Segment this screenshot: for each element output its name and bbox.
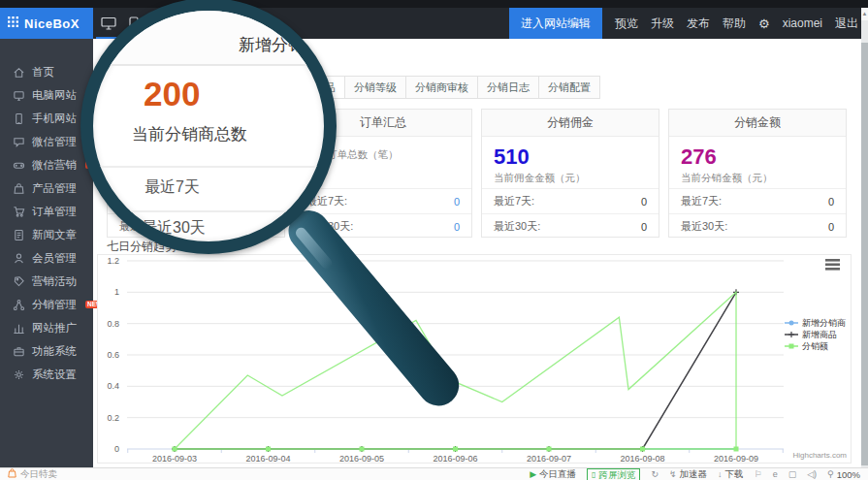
- svg-text:0.8: 0.8: [107, 319, 119, 329]
- tab-5[interactable]: 分销配置: [539, 76, 600, 99]
- sidebar-item-doc[interactable]: 新闻文章: [0, 223, 93, 246]
- legend-item[interactable]: 分销额: [785, 341, 828, 351]
- desktop-view-icon[interactable]: [101, 16, 116, 33]
- svg-text:1: 1: [114, 287, 119, 297]
- statusbar-item-label: 100%: [837, 469, 860, 480]
- svg-text:2016-09-05: 2016-09-05: [339, 454, 384, 463]
- vertical-scrollbar[interactable]: ▲: [861, 8, 868, 467]
- zoom-icon: ⚲: [827, 469, 834, 479]
- statusbar-item-phone-mini[interactable]: ▯跨屏浏览: [587, 468, 640, 480]
- topbar-link[interactable]: 预览: [615, 16, 638, 32]
- svg-text:2016-09-07: 2016-09-07: [527, 454, 571, 463]
- statusbar-item-zoom[interactable]: ⚲100%: [827, 469, 860, 480]
- flag-icon: ⚐: [755, 469, 762, 479]
- magnifier-lens: 新增分销商 200 当前分销商总数 最近7天 最近30天: [80, 0, 337, 254]
- briefcase-icon: [13, 345, 25, 358]
- sidebar-item-tag[interactable]: 营销活动: [0, 270, 93, 293]
- sidebar-item-share[interactable]: 分销管理NEW: [0, 293, 93, 316]
- statusbar-left[interactable]: 今日特卖: [8, 468, 57, 480]
- sidebar-item-bag[interactable]: 产品管理: [0, 176, 93, 200]
- svg-text:0.2: 0.2: [107, 413, 119, 423]
- stat-card-row: 最近30天:0: [669, 213, 846, 239]
- svg-text:0.4: 0.4: [107, 381, 119, 391]
- sidebar-item-cart[interactable]: 订单管理: [0, 200, 93, 223]
- speaker-icon: ◁): [807, 469, 817, 479]
- chart-panel: 00.20.40.60.811.22016-09-032016-09-04201…: [97, 254, 852, 464]
- sidebar-item-gamepad[interactable]: 微信营销NEW: [0, 153, 93, 176]
- sidebar-item-monitor[interactable]: 电脑网站: [0, 83, 93, 107]
- sidebar: 首页电脑网站手机网站微信管理微信营销NEW产品管理订单管理新闻文章会员管理营销活…: [0, 39, 93, 467]
- svg-text:新增分销商: 新增分销商: [802, 318, 846, 328]
- stat-card-caption: 当前佣金金额（元）: [494, 172, 647, 185]
- statusbar-item[interactable]: ↻: [651, 469, 659, 479]
- svg-text:2016-09-04: 2016-09-04: [245, 454, 290, 463]
- sidebar-item-bars[interactable]: 网站推广: [0, 316, 93, 339]
- tab-4[interactable]: 分销日志: [478, 76, 539, 99]
- enter-site-edit-button[interactable]: 进入网站编辑: [509, 8, 602, 39]
- magnified-distributor-count: 200: [144, 75, 200, 113]
- sidebar-item-label: 首页: [32, 65, 54, 80]
- bars-icon: [13, 322, 25, 335]
- divider: [93, 210, 324, 212]
- row-value: 0: [641, 221, 647, 233]
- sidebar-item-chat[interactable]: 微信管理: [0, 130, 93, 153]
- topbar-link[interactable]: 帮助: [723, 16, 746, 32]
- highcharts-credit[interactable]: Highcharts.com: [792, 451, 847, 460]
- statusbar-item-bolt[interactable]: ↯加速器: [669, 468, 707, 480]
- username[interactable]: xiaomei: [783, 16, 822, 30]
- sidebar-item-gear[interactable]: 系统设置: [0, 363, 93, 386]
- sidebar-item-person[interactable]: 会员管理: [0, 246, 93, 270]
- topbar-link[interactable]: 升级: [651, 16, 674, 32]
- legend-item[interactable]: 新增分销商: [785, 318, 846, 328]
- row-value: 0: [641, 196, 647, 208]
- sidebar-item-label: 微信管理: [32, 135, 77, 149]
- topbar-link[interactable]: 发布: [687, 16, 710, 32]
- legend-item[interactable]: 新增商品: [785, 330, 837, 339]
- sidebar-item-label: 微信营销: [32, 158, 77, 173]
- statusbar-right: ▶今日直播▯跨屏浏览↻↯加速器↓下载⚐e▢◁)⚲100%: [530, 468, 860, 480]
- statusbar-left-label: 今日特卖: [20, 468, 57, 480]
- svg-text:分销额: 分销额: [802, 341, 828, 351]
- logo-block[interactable]: NiceBoX: [0, 8, 93, 39]
- svg-text:1.2: 1.2: [107, 256, 119, 266]
- statusbar-item[interactable]: e: [773, 469, 778, 479]
- statusbar-item-label: 今日直播: [539, 468, 576, 480]
- window-icon: ▢: [788, 469, 797, 479]
- topbar-links: 预览升级发布帮助: [615, 16, 746, 32]
- statusbar-item[interactable]: ⚐: [755, 469, 762, 479]
- row-label: 最近7天:: [494, 194, 534, 208]
- divider: [93, 166, 324, 168]
- chart-export-menu-icon[interactable]: [825, 259, 840, 271]
- stat-card: 分销佣金510当前佣金金额（元）最近7天:0最近30天:0: [481, 109, 659, 238]
- statusbar-item[interactable]: ◁): [807, 469, 817, 479]
- tab-3[interactable]: 分销商审核: [406, 76, 478, 99]
- sidebar-item-home[interactable]: 首页: [0, 60, 93, 83]
- home-icon: [13, 66, 25, 79]
- sidebar-item-label: 产品管理: [32, 181, 77, 196]
- settings-gear-icon[interactable]: ⚙: [758, 16, 770, 31]
- stat-card-row: 最近30天:0: [482, 213, 659, 239]
- sidebar-item-phone[interactable]: 手机网站: [0, 107, 93, 130]
- stat-card-row: 最近7天:0: [482, 188, 659, 213]
- logout-link[interactable]: 退出: [835, 16, 858, 32]
- refresh-icon: ↻: [651, 469, 659, 479]
- magnified-row-7days: 最近7天: [145, 177, 200, 198]
- svg-text:0: 0: [114, 444, 119, 454]
- sidebar-item-label: 分销管理: [32, 298, 77, 312]
- bolt-icon: ↯: [669, 469, 677, 479]
- svg-text:2016-09-03: 2016-09-03: [152, 454, 197, 463]
- grid-menu-icon[interactable]: [8, 16, 18, 30]
- svg-text:2016-09-09: 2016-09-09: [714, 454, 758, 463]
- statusbar-item-label: 下载: [725, 468, 744, 480]
- tag-icon: [13, 275, 25, 288]
- sidebar-item-briefcase[interactable]: 功能系统: [0, 339, 93, 363]
- statusbar-item-play-circle[interactable]: ▶今日直播: [530, 468, 576, 480]
- scroll-up-arrow-icon[interactable]: ▲: [861, 8, 868, 20]
- play-circle-icon: ▶: [530, 469, 536, 479]
- statusbar-item-download[interactable]: ↓下载: [718, 468, 744, 480]
- sidebar-item-label: 网站推广: [32, 321, 77, 336]
- statusbar-item-label: 加速器: [680, 468, 708, 480]
- statusbar-item[interactable]: ▢: [788, 469, 797, 479]
- scrollbar-thumb[interactable]: [861, 43, 868, 465]
- tab-2[interactable]: 分销等级: [345, 76, 406, 99]
